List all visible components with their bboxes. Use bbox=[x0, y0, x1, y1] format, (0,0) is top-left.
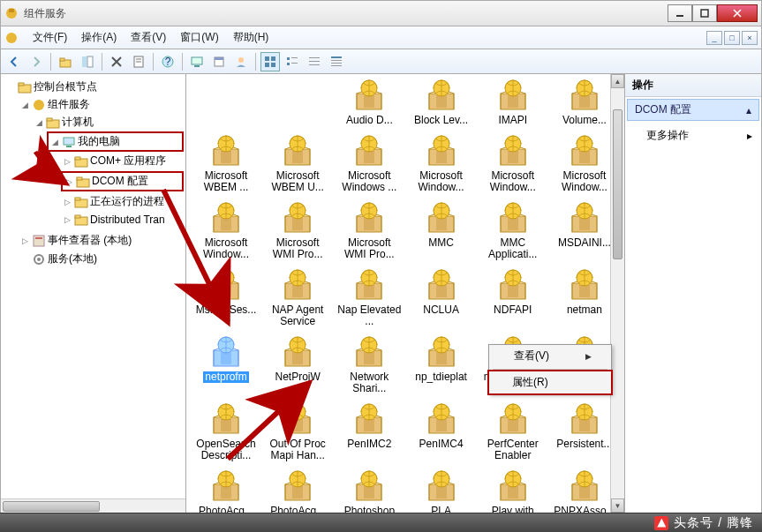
scroll-up-button[interactable]: ▲ bbox=[611, 74, 624, 88]
list-item[interactable]: Microsoft WBEM U... bbox=[263, 131, 332, 195]
show-tree-button[interactable] bbox=[78, 52, 97, 71]
package-icon bbox=[424, 267, 459, 303]
list-item[interactable]: NAP Agent Service bbox=[263, 266, 332, 329]
list-item[interactable]: Volume... bbox=[550, 76, 619, 128]
svg-rect-7 bbox=[82, 56, 87, 67]
context-menu-view[interactable]: 查看(V) ▶ bbox=[489, 345, 611, 367]
list-item[interactable]: Persistent... bbox=[550, 400, 619, 463]
context-menu-properties[interactable]: 属性(R) bbox=[487, 370, 613, 395]
expand-icon[interactable]: ▷ bbox=[63, 156, 72, 166]
list-item[interactable]: Microsoft WBEM ... bbox=[192, 131, 260, 195]
tree-distributed-tran[interactable]: ▷Distributed Tran bbox=[61, 212, 184, 228]
scroll-down-button[interactable]: ▼ bbox=[611, 498, 624, 513]
list-item[interactable]: NCLUA bbox=[407, 266, 476, 329]
list-item[interactable]: Microsoft WMI Pro... bbox=[335, 199, 404, 262]
list-item[interactable]: Microsoft WMI Pro... bbox=[263, 199, 332, 262]
menu-view[interactable]: 查看(V) bbox=[124, 28, 173, 47]
scroll-thumb[interactable] bbox=[613, 109, 622, 259]
view-list-button[interactable] bbox=[305, 52, 324, 71]
mdi-close-button[interactable]: × bbox=[742, 31, 758, 45]
collapse-icon[interactable]: ◢ bbox=[50, 137, 60, 146]
expand-icon[interactable]: ▷ bbox=[20, 236, 30, 245]
list-item[interactable]: IMAPI bbox=[479, 76, 547, 128]
list-item[interactable]: NDFAPI bbox=[479, 266, 547, 329]
actions-section[interactable]: DCOM 配置 ▴ bbox=[627, 99, 759, 121]
list-item[interactable]: Audio D... bbox=[335, 76, 404, 128]
list-item[interactable]: Microsoft Windows ... bbox=[335, 131, 404, 195]
view-large-icons-button[interactable] bbox=[260, 52, 280, 71]
view-details-button[interactable] bbox=[327, 52, 346, 71]
list-item[interactable]: PenIMC4 bbox=[407, 400, 476, 463]
minimize-button[interactable] bbox=[668, 4, 692, 22]
expand-icon[interactable]: ▷ bbox=[64, 176, 74, 186]
expand-icon[interactable]: ▷ bbox=[63, 215, 72, 225]
menu-file[interactable]: 文件(F) bbox=[26, 28, 74, 47]
svg-rect-48 bbox=[75, 215, 80, 218]
list-item[interactable]: PerfCenter Enabler bbox=[479, 400, 547, 463]
list-item[interactable]: MsRdpSes... bbox=[192, 266, 260, 329]
list-item-label: Nap Elevated ... bbox=[336, 304, 402, 327]
list-item[interactable]: MMC bbox=[407, 199, 476, 262]
list-item[interactable]: PNPXAsso... bbox=[550, 467, 619, 513]
users-toolbar-button[interactable] bbox=[231, 52, 251, 71]
list-item[interactable]: PenIMC2 bbox=[335, 400, 404, 463]
list-item-label: MSDAINI... bbox=[558, 237, 611, 249]
close-button[interactable] bbox=[717, 4, 758, 22]
menu-action[interactable]: 操作(A) bbox=[74, 28, 124, 47]
tree-dcom-config[interactable]: ▷DCOM 配置 bbox=[61, 171, 184, 191]
tree-running-procs[interactable]: ▷正在运行的进程 bbox=[61, 193, 184, 210]
actions-more[interactable]: 更多操作 ▸ bbox=[625, 123, 761, 148]
list-item[interactable]: PLA bbox=[407, 467, 476, 513]
list-item[interactable]: Block Lev... bbox=[407, 76, 476, 128]
list-item-label: NAP Agent Service bbox=[265, 304, 330, 327]
nav-forward-button[interactable] bbox=[26, 52, 46, 71]
tree-component-services[interactable]: ◢ 组件服务 bbox=[19, 96, 184, 113]
tree-horizontal-scrollbar[interactable] bbox=[1, 498, 185, 513]
collapse-icon[interactable]: ◢ bbox=[34, 117, 44, 127]
list-item[interactable]: Microsoft Window... bbox=[479, 131, 547, 195]
list-item[interactable]: np_tdieplat bbox=[407, 333, 476, 396]
list-item[interactable]: Photoshop JPEGSave... bbox=[335, 467, 404, 513]
delete-button[interactable] bbox=[107, 52, 126, 71]
tree-pane[interactable]: 控制台根节点 ◢ 组件服务 ◢ bbox=[1, 74, 186, 513]
list-pane[interactable]: Audio D...Block Lev...IMAPIVolume...Micr… bbox=[186, 74, 624, 513]
list-item[interactable]: Nap Elevated ... bbox=[335, 266, 404, 329]
list-item[interactable]: Microsoft Window... bbox=[192, 199, 260, 262]
menu-help[interactable]: 帮助(H) bbox=[226, 28, 276, 47]
up-level-button[interactable] bbox=[56, 52, 75, 71]
expand-icon[interactable]: ▷ bbox=[63, 197, 72, 206]
tree-my-computer[interactable]: ◢ 我的电脑 bbox=[47, 131, 184, 152]
menu-window[interactable]: 窗口(W) bbox=[173, 28, 225, 47]
list-item[interactable]: MSDAINI... bbox=[550, 199, 619, 262]
tree-com-apps[interactable]: ▷COM+ 应用程序 bbox=[61, 153, 184, 169]
computer-toolbar-button[interactable] bbox=[187, 52, 207, 71]
list-item[interactable]: PhotoAcq... bbox=[192, 467, 260, 513]
list-item[interactable]: Microsoft Window... bbox=[407, 131, 476, 195]
list-item[interactable]: MMC Applicati... bbox=[479, 199, 547, 262]
tree-services[interactable]: 服务(本地) bbox=[19, 251, 184, 267]
list-item[interactable]: Out Of Proc Mapi Han... bbox=[263, 400, 332, 463]
maximize-button[interactable] bbox=[692, 4, 717, 22]
list-item[interactable]: PhotoAcq... bbox=[263, 467, 332, 513]
tree-root[interactable]: 控制台根节点 bbox=[4, 79, 184, 95]
collapse-icon[interactable]: ◢ bbox=[20, 100, 30, 109]
list-item-label: PhotoAcq... bbox=[199, 506, 253, 513]
list-item[interactable]: Microsoft Window... bbox=[550, 131, 619, 195]
list-vertical-scrollbar[interactable]: ▲ ▼ bbox=[610, 74, 624, 513]
list-item[interactable]: netman bbox=[550, 266, 619, 329]
actions-more-label: 更多操作 bbox=[646, 128, 689, 143]
list-item[interactable]: Play with Windo... bbox=[479, 467, 547, 513]
mdi-minimize-button[interactable]: _ bbox=[706, 31, 722, 45]
app-toolbar-button[interactable] bbox=[209, 52, 229, 71]
properties-toolbar-button[interactable] bbox=[129, 52, 148, 71]
tree-event-viewer[interactable]: ▷事件查看器 (本地) bbox=[19, 232, 184, 249]
nav-back-button[interactable] bbox=[4, 52, 24, 71]
mdi-restore-button[interactable]: □ bbox=[724, 31, 740, 45]
help-toolbar-button[interactable]: ? bbox=[158, 52, 177, 71]
list-item[interactable]: netprofm bbox=[192, 333, 260, 396]
list-item[interactable]: OpenSearch Descripti... bbox=[192, 400, 260, 463]
list-item[interactable]: NetProjW bbox=[263, 333, 332, 396]
tree-computers[interactable]: ◢ 计算机 bbox=[33, 114, 184, 131]
list-item[interactable]: Network Shari... bbox=[335, 333, 404, 396]
view-small-icons-button[interactable] bbox=[283, 52, 302, 71]
